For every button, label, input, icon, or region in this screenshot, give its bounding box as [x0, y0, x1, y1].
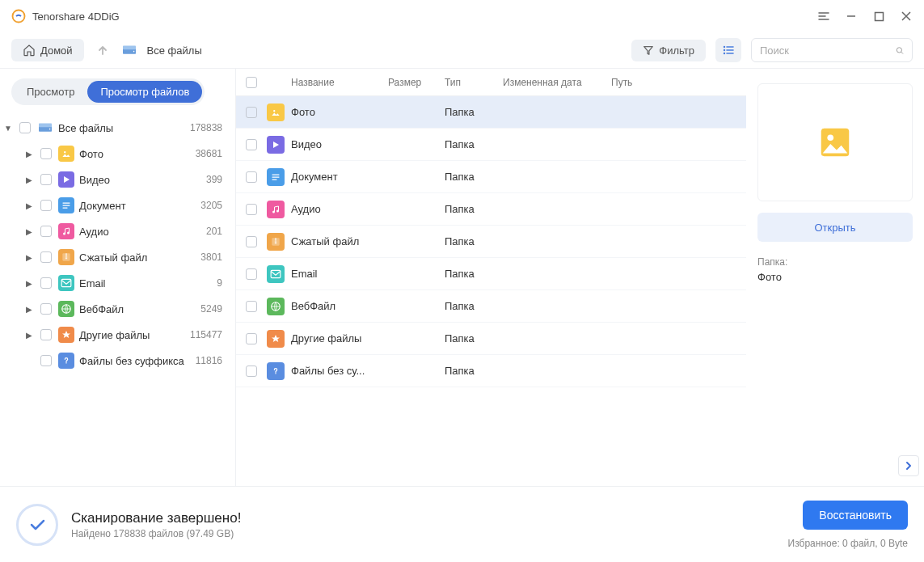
window-controls [817, 10, 913, 23]
row-checkbox[interactable] [246, 171, 257, 183]
caret-right-icon[interactable]: ▶ [24, 331, 34, 340]
tree-item[interactable]: ▶Сжатый файл3801 [3, 244, 227, 270]
tree-item-label: ВебФайл [79, 303, 200, 315]
svg-point-15 [67, 232, 70, 235]
caret-down-icon[interactable]: ▼ [3, 124, 13, 133]
close-icon[interactable] [900, 10, 913, 23]
row-checkbox[interactable] [246, 333, 257, 344]
svg-point-27 [827, 134, 833, 141]
col-path[interactable]: Путь [611, 77, 746, 88]
row-checkbox[interactable] [246, 139, 257, 150]
menu-icon[interactable] [817, 10, 830, 23]
doc-icon [267, 168, 285, 186]
tree-item[interactable]: ▶Видео399 [3, 167, 227, 192]
row-checkbox[interactable] [246, 268, 257, 280]
file-type: Папка [445, 106, 503, 118]
row-checkbox[interactable] [246, 107, 257, 118]
filter-button[interactable]: Фильтр [631, 40, 706, 61]
tree-item-label: Аудио [79, 226, 206, 238]
file-type: Папка [445, 300, 503, 312]
file-name: Аудио [291, 203, 388, 215]
up-button[interactable] [94, 41, 112, 59]
file-row[interactable]: ВебФайлПапка [236, 290, 746, 323]
tree-item[interactable]: ▶Фото38681 [3, 141, 227, 167]
toolbar: Домой Все файлы Фильтр [0, 32, 924, 68]
caret-right-icon[interactable]: ▶ [24, 201, 34, 210]
app-title: Tenorshare 4DDiG [32, 11, 120, 23]
header-checkbox[interactable] [246, 77, 257, 88]
recover-button[interactable]: Восстановить [803, 501, 908, 530]
filter-icon [643, 44, 654, 56]
file-row[interactable]: ДокументПапка [236, 161, 746, 193]
caret-right-icon[interactable]: ▶ [24, 279, 34, 288]
tree-checkbox[interactable] [40, 226, 52, 237]
tree-checkbox[interactable] [40, 329, 52, 340]
col-type[interactable]: Тип [445, 77, 503, 88]
home-button[interactable]: Домой [11, 39, 84, 61]
tree-checkbox[interactable] [40, 277, 52, 289]
caret-right-icon[interactable]: ▶ [24, 253, 34, 262]
svg-point-22 [276, 209, 279, 212]
file-row[interactable]: ВидеоПапка [236, 129, 746, 161]
col-size[interactable]: Размер [388, 77, 445, 88]
expand-panel-button[interactable] [898, 455, 919, 476]
svg-point-21 [272, 210, 275, 213]
tree-checkbox[interactable] [40, 200, 52, 211]
col-date[interactable]: Измененная дата [503, 77, 611, 88]
tree-checkbox[interactable] [40, 303, 52, 315]
tree-checkbox[interactable] [40, 355, 52, 366]
search-box[interactable] [751, 38, 913, 62]
audio-icon [267, 201, 285, 218]
scan-status-sub: Найдено 178838 файлов (97.49 GB) [71, 528, 241, 539]
tree-item[interactable]: ▶Аудио201 [3, 218, 227, 244]
list-icon [722, 44, 735, 57]
tree-item[interactable]: ▶Email9 [3, 270, 227, 296]
maximize-icon[interactable] [872, 10, 885, 23]
tree-item[interactable]: ▶Другие файлы115477 [3, 322, 227, 348]
tree-item[interactable]: ▶Документ3205 [3, 192, 227, 218]
tab-preview[interactable]: Просмотр [14, 81, 87, 103]
svg-rect-1 [875, 12, 883, 20]
details-panel: Открыть Папка: Фото [746, 69, 924, 486]
file-name: Документ [291, 171, 388, 183]
file-row[interactable]: Файлы без су...Папка [236, 355, 746, 387]
view-toggle-button[interactable] [715, 38, 741, 62]
file-row[interactable]: ФотоПапка [236, 96, 746, 129]
tree-root[interactable]: ▼ Все файлы 178838 [3, 115, 227, 141]
caret-right-icon[interactable]: ▶ [24, 305, 34, 314]
row-checkbox[interactable] [246, 301, 257, 312]
selected-count: Избранное: 0 файл, 0 Byte [788, 538, 908, 549]
search-icon [896, 44, 904, 57]
minimize-icon[interactable] [845, 10, 858, 23]
row-checkbox[interactable] [246, 236, 257, 247]
open-button[interactable]: Открыть [757, 213, 913, 242]
tree-item-count: 11816 [196, 355, 227, 366]
file-row[interactable]: АудиоПапка [236, 193, 746, 226]
tree-item[interactable]: ▶ВебФайл5249 [3, 296, 227, 322]
tree-checkbox[interactable] [40, 251, 52, 263]
svg-rect-10 [39, 123, 52, 127]
tree-checkbox[interactable] [19, 122, 31, 133]
file-row[interactable]: Другие файлыПапка [236, 323, 746, 355]
caret-right-icon[interactable]: ▶ [24, 175, 34, 184]
tab-browse[interactable]: Просмотр файлов [87, 81, 202, 103]
row-checkbox[interactable] [246, 204, 257, 215]
caret-right-icon[interactable]: ▶ [24, 150, 34, 158]
web-icon [58, 301, 74, 317]
search-input[interactable] [760, 44, 896, 57]
file-type: Папка [445, 203, 503, 215]
tree-checkbox[interactable] [40, 174, 52, 185]
tree-item-label: Другие файлы [79, 329, 190, 341]
tree-item[interactable]: ▶Файлы без суффикса11816 [3, 348, 227, 374]
caret-right-icon[interactable]: ▶ [24, 227, 34, 236]
file-name: ВебФайл [291, 300, 388, 312]
file-name: Файлы без су... [291, 365, 388, 377]
file-row[interactable]: Сжатый файлПапка [236, 226, 746, 258]
app-logo-wrap: Tenorshare 4DDiG [11, 9, 120, 23]
file-row[interactable]: EmailПапка [236, 258, 746, 290]
row-checkbox[interactable] [246, 366, 257, 377]
svg-point-5 [724, 46, 725, 48]
col-name[interactable]: Название [291, 77, 388, 88]
tree-checkbox[interactable] [40, 148, 52, 159]
scan-complete-icon [16, 504, 58, 546]
